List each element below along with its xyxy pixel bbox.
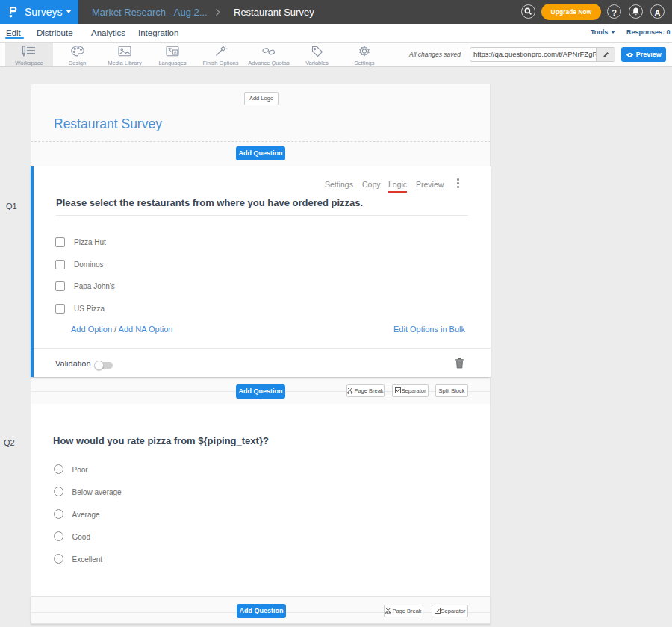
svg-text:A: A <box>174 50 177 54</box>
